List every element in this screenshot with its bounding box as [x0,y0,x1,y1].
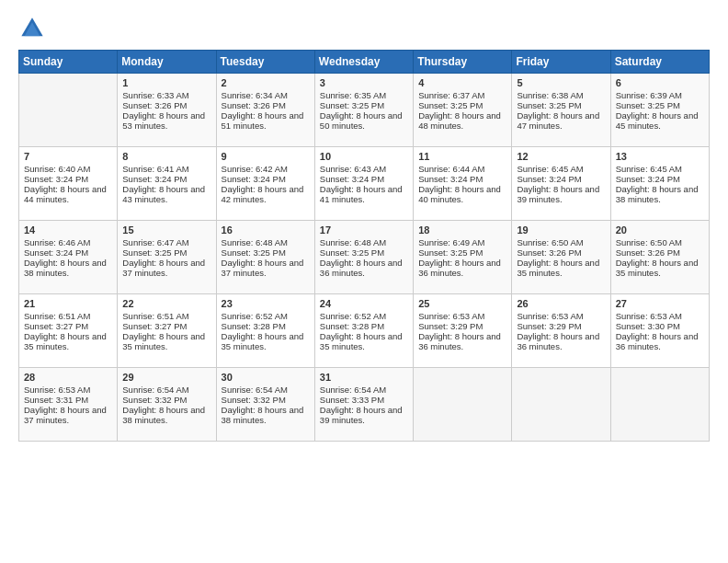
daylight-text: Daylight: 8 hours and 47 minutes. [517,110,599,131]
calendar-table: SundayMondayTuesdayWednesdayThursdayFrid… [18,50,710,442]
calendar-cell: 9Sunrise: 6:42 AMSunset: 3:24 PMDaylight… [216,147,314,221]
week-row-3: 14Sunrise: 6:46 AMSunset: 3:24 PMDayligh… [19,221,710,294]
daylight-text: Daylight: 8 hours and 40 minutes. [418,184,501,204]
day-header-wednesday: Wednesday [314,51,413,74]
calendar-cell: 7Sunrise: 6:40 AMSunset: 3:24 PMDaylight… [19,147,118,221]
daylight-text: Daylight: 8 hours and 37 minutes. [24,405,107,425]
calendar-cell: 28Sunrise: 6:53 AMSunset: 3:31 PMDayligh… [19,368,118,442]
day-number: 27 [616,298,704,309]
sunrise-text: Sunrise: 6:51 AM [24,311,90,321]
calendar-cell: 31Sunrise: 6:54 AMSunset: 3:33 PMDayligh… [314,368,413,442]
sunrise-text: Sunrise: 6:41 AM [122,164,188,174]
day-number: 19 [517,224,605,236]
day-number: 21 [24,298,112,309]
daylight-text: Daylight: 8 hours and 50 minutes. [320,110,403,131]
calendar-cell: 27Sunrise: 6:53 AMSunset: 3:30 PMDayligh… [610,294,709,368]
sunset-text: Sunset: 3:28 PM [320,321,384,331]
calendar-cell: 6Sunrise: 6:39 AMSunset: 3:25 PMDaylight… [610,74,709,147]
daylight-text: Daylight: 8 hours and 38 minutes. [222,405,304,425]
daylight-text: Daylight: 8 hours and 43 minutes. [122,184,205,204]
calendar-page: SundayMondayTuesdayWednesdayThursdayFrid… [0,0,728,563]
sunrise-text: Sunrise: 6:34 AM [222,90,288,100]
daylight-text: Daylight: 8 hours and 35 minutes. [616,258,699,278]
sunrise-text: Sunrise: 6:35 AM [320,90,386,100]
sunrise-text: Sunrise: 6:50 AM [616,237,682,247]
day-number: 26 [517,298,605,309]
week-row-1: 1Sunrise: 6:33 AMSunset: 3:26 PMDaylight… [19,74,710,147]
sunrise-text: Sunrise: 6:44 AM [418,164,484,174]
day-number: 7 [24,151,112,162]
day-number: 20 [616,224,704,236]
calendar-cell: 4Sunrise: 6:37 AMSunset: 3:25 PMDaylight… [414,74,512,147]
sunset-text: Sunset: 3:24 PM [24,247,88,258]
calendar-cell [512,368,610,442]
sunrise-text: Sunrise: 6:33 AM [122,90,188,100]
sunrise-text: Sunrise: 6:54 AM [222,385,288,395]
sunrise-text: Sunrise: 6:53 AM [517,311,583,321]
sunset-text: Sunset: 3:25 PM [320,100,384,110]
daylight-text: Daylight: 8 hours and 38 minutes. [24,258,107,278]
sunrise-text: Sunrise: 6:53 AM [24,385,90,395]
sunset-text: Sunset: 3:24 PM [122,174,187,184]
calendar-cell: 3Sunrise: 6:35 AMSunset: 3:25 PMDaylight… [314,74,413,147]
day-number: 30 [222,372,310,383]
sunrise-text: Sunrise: 6:45 AM [616,164,682,174]
day-number: 5 [517,77,605,88]
daylight-text: Daylight: 8 hours and 36 minutes. [418,258,501,278]
sunrise-text: Sunrise: 6:53 AM [418,311,484,321]
days-header-row: SundayMondayTuesdayWednesdayThursdayFrid… [19,51,710,74]
daylight-text: Daylight: 8 hours and 39 minutes. [517,184,599,204]
sunset-text: Sunset: 3:27 PM [122,321,187,331]
sunset-text: Sunset: 3:25 PM [320,247,384,258]
sunrise-text: Sunrise: 6:53 AM [616,311,682,321]
sunset-text: Sunset: 3:24 PM [24,174,88,184]
sunrise-text: Sunrise: 6:46 AM [24,237,90,247]
calendar-cell: 11Sunrise: 6:44 AMSunset: 3:24 PMDayligh… [414,147,512,221]
sunset-text: Sunset: 3:32 PM [222,395,286,405]
day-number: 23 [222,298,310,309]
calendar-cell: 30Sunrise: 6:54 AMSunset: 3:32 PMDayligh… [216,368,314,442]
daylight-text: Daylight: 8 hours and 37 minutes. [222,258,304,278]
day-number: 3 [320,77,408,88]
calendar-cell [414,368,512,442]
day-number: 31 [320,372,408,383]
daylight-text: Daylight: 8 hours and 36 minutes. [418,331,501,351]
sunset-text: Sunset: 3:25 PM [418,100,483,110]
daylight-text: Daylight: 8 hours and 42 minutes. [222,184,304,204]
sunrise-text: Sunrise: 6:52 AM [222,311,288,321]
day-header-tuesday: Tuesday [216,51,314,74]
week-row-2: 7Sunrise: 6:40 AMSunset: 3:24 PMDaylight… [19,147,710,221]
sunrise-text: Sunrise: 6:54 AM [122,385,188,395]
sunset-text: Sunset: 3:26 PM [122,100,187,110]
sunrise-text: Sunrise: 6:48 AM [320,237,386,247]
day-header-sunday: Sunday [19,51,118,74]
sunset-text: Sunset: 3:33 PM [320,395,384,405]
sunrise-text: Sunrise: 6:54 AM [320,385,386,395]
sunrise-text: Sunrise: 6:43 AM [320,164,386,174]
sunrise-text: Sunrise: 6:52 AM [320,311,386,321]
header [18,15,710,42]
day-number: 29 [122,372,210,383]
daylight-text: Daylight: 8 hours and 38 minutes. [616,184,699,204]
day-number: 6 [616,77,704,88]
sunset-text: Sunset: 3:24 PM [517,174,581,184]
day-number: 8 [122,151,210,162]
logo [18,15,50,42]
sunset-text: Sunset: 3:26 PM [616,247,680,258]
sunset-text: Sunset: 3:31 PM [24,395,88,405]
daylight-text: Daylight: 8 hours and 53 minutes. [122,110,205,131]
calendar-cell: 18Sunrise: 6:49 AMSunset: 3:25 PMDayligh… [414,221,512,294]
calendar-cell: 29Sunrise: 6:54 AMSunset: 3:32 PMDayligh… [118,368,216,442]
sunrise-text: Sunrise: 6:48 AM [222,237,288,247]
sunset-text: Sunset: 3:24 PM [320,174,384,184]
day-number: 25 [418,298,506,309]
daylight-text: Daylight: 8 hours and 36 minutes. [320,258,403,278]
daylight-text: Daylight: 8 hours and 39 minutes. [320,405,403,425]
daylight-text: Daylight: 8 hours and 51 minutes. [222,110,304,131]
day-number: 1 [122,77,210,88]
sunset-text: Sunset: 3:24 PM [616,174,680,184]
sunset-text: Sunset: 3:27 PM [24,321,88,331]
sunrise-text: Sunrise: 6:37 AM [418,90,484,100]
day-number: 13 [616,151,704,162]
day-header-friday: Friday [512,51,610,74]
